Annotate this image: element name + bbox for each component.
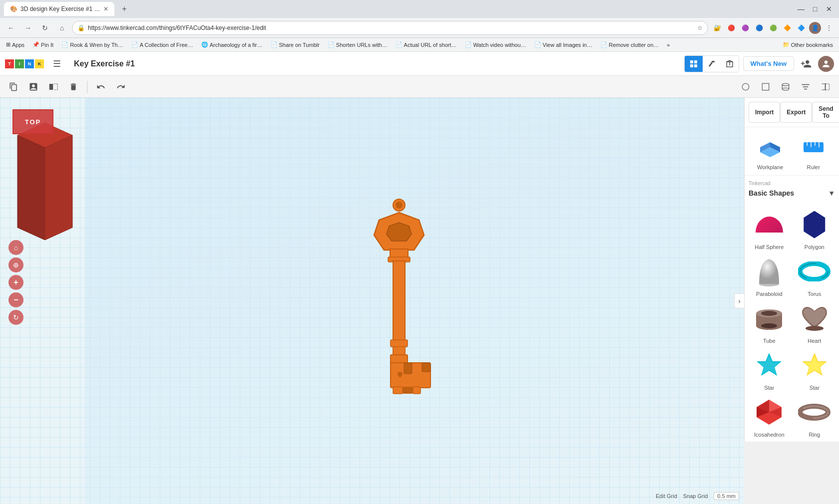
ruler-item[interactable]: Ruler (799, 132, 829, 170)
bookmark-star-icon[interactable]: ☆ (697, 24, 703, 31)
bookmark-apps[interactable]: ⊞ Apps (4, 40, 26, 49)
copy-btn[interactable] (5, 78, 22, 95)
back-btn[interactable]: ← (4, 21, 18, 35)
new-tab-btn[interactable]: + (118, 3, 130, 15)
hamburger-menu-btn[interactable]: ☰ (49, 56, 65, 72)
add-user-btn[interactable] (798, 56, 814, 72)
canvas-area[interactable]: TOP ⌂ ⊕ + − ↻ (0, 98, 744, 504)
focus-view-btn[interactable]: ⊕ (8, 257, 23, 272)
ext-icon-6[interactable]: 🔶 (781, 22, 793, 34)
export-btn[interactable]: Export (780, 102, 812, 123)
bookmark-watch[interactable]: 📄 Watch video withou… (463, 40, 528, 49)
app-header: T I N K ☰ Key Exercise #1 What's New (0, 52, 839, 76)
address-bar[interactable]: 🔒 https://www.tinkercad.com/things/6tYFA… (72, 21, 708, 35)
edit-grid-btn[interactable]: Edit Grid (656, 493, 677, 499)
home-view-btn[interactable]: ⌂ (8, 240, 23, 255)
align-tool-btn[interactable] (797, 78, 814, 95)
shape-tube[interactable]: Tube (749, 301, 790, 344)
refresh-btn[interactable]: ↻ (38, 21, 52, 35)
bookmark-more[interactable]: » (665, 41, 672, 49)
orbit-btn[interactable]: ↻ (8, 310, 23, 325)
paraboloid-label: Paraboloid (756, 291, 783, 297)
bookmark-tumblr[interactable]: 📄 Share on Tumblr (269, 40, 322, 49)
shape-star-gold[interactable]: Star (794, 348, 836, 391)
import-btn[interactable]: Import (749, 102, 780, 123)
more-options-btn[interactable]: ⋮ (823, 22, 835, 34)
bookmark-view-images[interactable]: 📄 View all Images in… (532, 40, 594, 49)
shapes-grid: Half Sphere Polygon (745, 203, 839, 442)
delete-btn[interactable] (65, 78, 82, 95)
bookmark-other[interactable]: 📁 Other bookmarks (781, 40, 835, 49)
redo-btn[interactable] (112, 78, 129, 95)
mirror2-tool-btn[interactable] (817, 78, 834, 95)
ext-icon-4[interactable]: 🔵 (753, 22, 765, 34)
view-images-icon: 📄 (534, 41, 541, 48)
tab-close-btn[interactable]: ✕ (103, 5, 108, 12)
user-avatar[interactable] (818, 56, 834, 72)
bookmark-remove-clutter[interactable]: 📄 Remove clutter on… (598, 40, 661, 49)
duplicate-btn[interactable] (25, 78, 42, 95)
home-btn[interactable]: ⌂ (55, 21, 69, 35)
title-bar: 🎨 3D design Key Exercise #1 | Tink… ✕ + … (0, 0, 839, 52)
bookmark-rookwren-label: Rook & Wren by Th… (70, 42, 123, 48)
bookmark-pinit[interactable]: 📌 Pin It (30, 40, 55, 49)
ext-icon-1[interactable]: 🔐 (711, 22, 723, 34)
logo-i: I (15, 59, 24, 68)
paraboloid-svg (757, 256, 782, 286)
bookmark-shorten[interactable]: 📄 Shorten URLs with… (326, 40, 390, 49)
sphere-tool-btn[interactable] (737, 78, 754, 95)
ruler-icon (799, 132, 829, 162)
forward-btn[interactable]: → (21, 21, 35, 35)
key-3d-object[interactable] (354, 180, 444, 422)
heart-thumb (797, 301, 832, 336)
workplane-label: Workplane (757, 164, 783, 170)
undo-btn[interactable] (92, 78, 109, 95)
snap-value[interactable]: 0.5 mm (714, 492, 739, 500)
shape-torus[interactable]: Torus (794, 254, 836, 297)
toolbar (0, 76, 839, 98)
svg-rect-29 (404, 363, 412, 374)
panel-collapse-btn[interactable]: › (734, 293, 744, 308)
mirror-btn[interactable] (45, 78, 62, 95)
shape-ring[interactable]: Ring (794, 395, 836, 438)
zoom-in-btn[interactable]: + (8, 275, 23, 290)
shape-heart[interactable]: Heart (794, 301, 836, 344)
document-title: Key Exercise #1 (74, 59, 135, 68)
shape-polygon[interactable]: Polygon (794, 207, 836, 250)
whats-new-btn[interactable]: What's New (743, 56, 794, 71)
polygon-label: Polygon (805, 244, 825, 250)
send-to-btn[interactable]: Send To (812, 102, 839, 123)
bookmark-collection[interactable]: 📄 A Collection of Free… (129, 40, 195, 49)
hammer-view-btn[interactable] (703, 56, 721, 72)
svg-rect-4 (712, 61, 715, 62)
svg-point-19 (396, 202, 403, 209)
profile-avatar[interactable]: 👤 (809, 22, 821, 34)
tinkercad-logo: T I N K (5, 59, 44, 68)
bookmark-archaeology[interactable]: 🌐 Archaeology of a fir… (199, 40, 265, 49)
active-tab[interactable]: 🎨 3D design Key Exercise #1 | Tink… ✕ (4, 2, 114, 16)
bookmarks-bar: ⊞ Apps 📌 Pin It 📄 Rook & Wren by Th… 📄 A… (0, 38, 839, 52)
ext-icon-3[interactable]: 🟣 (739, 22, 751, 34)
ext-icon-7[interactable]: 🔷 (795, 22, 807, 34)
box-view-btn[interactable] (721, 56, 739, 72)
workplane-item[interactable]: Workplane (755, 132, 785, 170)
bookmark-actual-url[interactable]: 📄 Actual URL of short… (394, 40, 459, 49)
ext-icon-2[interactable]: 🔴 (725, 22, 737, 34)
shape-half-sphere[interactable]: Half Sphere (749, 207, 790, 250)
torus-thumb (797, 254, 832, 289)
zoom-out-btn[interactable]: − (8, 292, 23, 307)
minimize-btn[interactable]: — (795, 3, 807, 15)
grid-view-btn[interactable] (685, 56, 703, 72)
cube-tool-btn[interactable] (757, 78, 774, 95)
maximize-btn[interactable]: □ (809, 3, 821, 15)
shape-icosahedron[interactable]: Icosahedron (749, 395, 790, 438)
bookmark-pinit-label: Pin It (41, 42, 53, 48)
shapes-dropdown[interactable]: Basic Shapes ▼ (749, 187, 835, 199)
star-teal-thumb (752, 348, 787, 383)
shape-paraboloid[interactable]: Paraboloid (749, 254, 790, 297)
shape-star-teal[interactable]: Star (749, 348, 790, 391)
ext-icon-5[interactable]: 🟢 (767, 22, 779, 34)
close-btn[interactable]: ✕ (823, 3, 835, 15)
cylinder-tool-btn[interactable] (777, 78, 794, 95)
bookmark-rookwren[interactable]: 📄 Rook & Wren by Th… (59, 40, 125, 49)
